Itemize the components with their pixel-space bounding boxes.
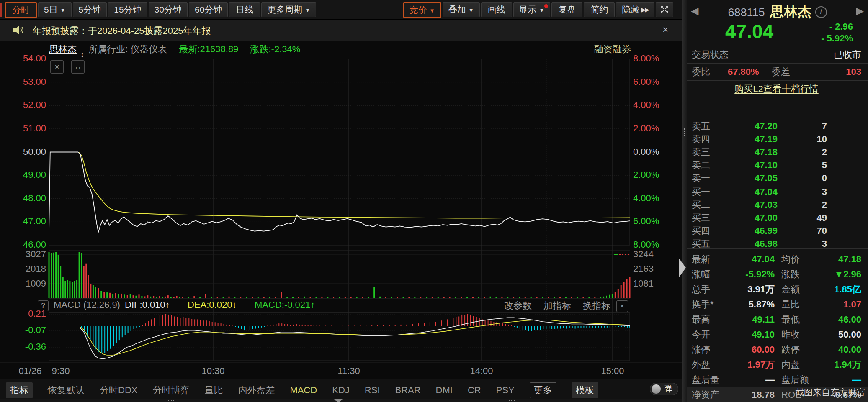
quote-panel: ◀ 688115 思林杰 i ▶ 47.04 - 2.96 - 5.92% 交易… <box>687 0 868 402</box>
industry-label[interactable]: 所属行业: 仪器仪表 <box>88 44 167 54</box>
volume-axis-tick: 2163 <box>633 264 654 274</box>
toolbar-button-30分钟[interactable]: 30分钟 <box>149 2 188 17</box>
time-axis-tick: 14:00 <box>470 366 493 376</box>
bid-row-买一[interactable]: 买一47.043 <box>687 185 868 198</box>
bid-row-买四[interactable]: 买四46.9970 <box>687 224 868 237</box>
indicator-tab-分时博弈[interactable]: 分时博弈 <box>152 384 189 397</box>
time-axis-tick: 11:30 <box>337 366 360 376</box>
stat-row-最高: 最高49.11最低46.00 <box>687 312 868 327</box>
indicator-tab-CR[interactable]: CR <box>468 385 481 396</box>
price-axis-tick: 53.00 <box>6 77 46 87</box>
price-axis-tick: 49.00 <box>6 169 46 180</box>
price-axis-tick: 50.00 <box>6 146 46 157</box>
toolbar-button-更多周期[interactable]: 更多周期▼ <box>261 2 316 17</box>
indicator-tab-RSI[interactable]: RSI <box>365 385 380 396</box>
toolbar-button-竞价[interactable]: 竞价▼ <box>403 2 441 18</box>
toolbar-button-15分钟[interactable]: 15分钟 <box>108 2 147 17</box>
stat-row-涨停: 涨停60.00跌停40.00 <box>687 342 868 357</box>
indicator-tab-模板[interactable]: 模板 <box>572 382 598 398</box>
indicator-tab-BRAR[interactable]: BRAR <box>395 385 420 396</box>
percent-axis-tick: 4.00% <box>633 100 659 110</box>
toolbar-button-简约[interactable]: 简约 <box>584 2 615 17</box>
indicator-tab-恢复默认[interactable]: 恢复默认 <box>48 384 85 397</box>
indicator-tab-DMI[interactable]: DMI <box>436 385 453 396</box>
volume-axis-tick: 2018 <box>6 264 46 274</box>
ask-row-卖三[interactable]: 卖三47.182 <box>687 146 868 159</box>
macd-action-加指标[interactable]: 加指标 <box>543 300 571 312</box>
fullscreen-button[interactable] <box>656 2 673 17</box>
toolbar-button-隐藏[interactable]: 隐藏▶▶ <box>616 2 654 17</box>
stock-name-link[interactable]: 思林杰 <box>49 44 77 54</box>
weibi-row: 委比 67.80% 委差 103 <box>687 64 868 80</box>
indicator-tab-MACD[interactable]: MACD <box>290 385 317 396</box>
macd-action-改参数[interactable]: 改参数 <box>504 300 532 312</box>
margin-trading-tag[interactable]: 融资融券 <box>594 43 631 56</box>
volume-axis-tick: 3027 <box>6 249 46 260</box>
toolbar-button-5分钟[interactable]: 5分钟 <box>73 2 107 17</box>
drag-dots-icon[interactable] <box>509 399 515 402</box>
overlay-hrange-icon[interactable]: ↔ <box>71 60 85 74</box>
toolbar-button-复盘[interactable]: 复盘 <box>551 2 582 17</box>
toolbar-button-5日[interactable]: 5日▼ <box>38 2 72 17</box>
danmu-toggle[interactable]: 弹 <box>650 383 678 395</box>
indicator-tab-分时DDX[interactable]: 分时DDX <box>100 384 137 397</box>
macd-dea-value: DEA:0.020↓ <box>188 300 237 310</box>
overlay-vrange-icon[interactable]: ↕ <box>80 50 85 59</box>
toolbar-button-叠加[interactable]: 叠加▼ <box>443 2 480 17</box>
indicator-tab-PSY[interactable]: PSY <box>496 385 515 396</box>
divider-drag-icon[interactable] <box>682 128 686 137</box>
macd-label-row: ? MACD (12,26,9) DIF:0.010↑ DEA:0.020↓ M… <box>0 300 682 313</box>
l2-purchase-link[interactable]: 购买L2查看十档行情 <box>692 83 861 95</box>
collapse-panel-icon[interactable] <box>333 399 344 402</box>
info-icon[interactable]: i <box>815 6 827 18</box>
macd-close-icon[interactable]: × <box>616 300 628 312</box>
toolbar-button-画线[interactable]: 画线 <box>481 2 512 17</box>
percent-axis-tick: 2.00% <box>633 169 659 180</box>
indicator-toolbar: 指标恢复默认分时DDX分时博弈量比内外盘差MACDKDJRSIBRARDMICR… <box>0 379 686 400</box>
industry-change-value: 涨跌:-2.34% <box>250 44 300 54</box>
bid-ask-divider <box>690 183 862 183</box>
weicha-label: 委差 <box>772 66 790 78</box>
macd-actions: 改参数加指标换指标 <box>504 300 610 312</box>
macd-macd-value: MACD:-0.021↑ <box>255 300 315 310</box>
toolbar-button-分时[interactable]: 分时 <box>5 2 37 18</box>
price-row: 47.04 - 2.96 - 5.92% <box>687 20 868 44</box>
toolbar-button-显示[interactable]: 显示▼ <box>513 2 551 17</box>
stat-row-涨幅: 涨幅-5.92%涨跌▼2.96 <box>687 267 868 282</box>
bottom-resize-strip <box>0 399 686 402</box>
drag-dots-icon[interactable] <box>167 399 174 402</box>
status-label: 交易状态 <box>692 49 729 61</box>
overlay-close-icon[interactable]: × <box>50 60 64 74</box>
macd-axis-tick: -0.07 <box>6 325 46 335</box>
top-toolbar: 分时5日▼5分钟15分钟30分钟60分钟日线更多周期▼ 竞价▼叠加▼画线显示▼复… <box>0 0 686 20</box>
toolbar-button-日线[interactable]: 日线 <box>229 2 260 17</box>
percent-axis-tick: 4.00% <box>633 193 659 204</box>
indicator-tab-KDJ[interactable]: KDJ <box>332 385 350 396</box>
macd-title[interactable]: MACD (12,26,9) <box>54 300 120 310</box>
panel-collapse-arrow-icon[interactable] <box>679 259 686 277</box>
bid-row-买二[interactable]: 买二47.032 <box>687 198 868 211</box>
status-value: 已收市 <box>834 49 861 61</box>
percent-axis-tick: 0.00% <box>633 146 659 157</box>
macd-action-换指标[interactable]: 换指标 <box>583 300 610 312</box>
time-axis-tick: 15:00 <box>601 366 624 376</box>
ask-row-卖四[interactable]: 卖四47.1910 <box>687 133 868 146</box>
indicator-tab-量比[interactable]: 量比 <box>204 384 223 397</box>
help-icon[interactable]: ? <box>38 300 49 311</box>
toolbar-button-60分钟[interactable]: 60分钟 <box>189 2 228 17</box>
percent-axis-tick: 2.00% <box>633 123 659 134</box>
last-price: 47.04 <box>725 20 773 43</box>
panel-divider[interactable] <box>682 0 687 402</box>
indicator-tab-内外盘差[interactable]: 内外盘差 <box>238 384 275 397</box>
ask-row-卖二[interactable]: 卖二47.105 <box>687 159 868 172</box>
prev-stock-icon[interactable]: ◀ <box>691 5 698 17</box>
price-axis-tick: 52.00 <box>6 100 46 110</box>
news-close-icon[interactable]: × <box>662 24 668 36</box>
indicator-tab-指标[interactable]: 指标 <box>6 382 33 398</box>
bid-row-买三[interactable]: 买三47.0049 <box>687 211 868 224</box>
news-text[interactable]: 年报预披露：于2026-04-25披露2025年年报 <box>33 25 211 37</box>
indicator-tab-更多[interactable]: 更多 <box>530 382 556 398</box>
next-stock-icon[interactable]: ▶ <box>856 5 864 17</box>
news-bar: 年报预披露：于2026-04-25披露2025年年报 × <box>0 20 686 41</box>
ask-row-卖五[interactable]: 卖五47.207 <box>687 120 868 133</box>
